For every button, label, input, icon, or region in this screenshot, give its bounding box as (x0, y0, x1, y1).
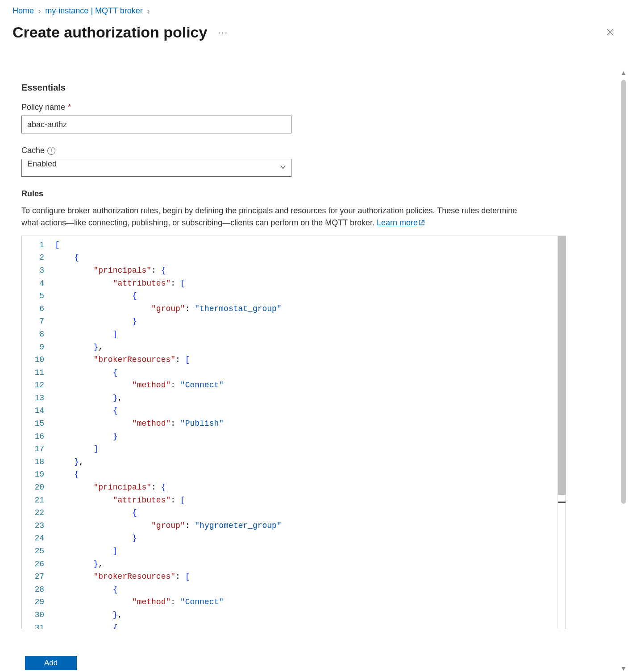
line-number-gutter: 1 2 3 4 5 6 7 8 9 10 11 12 13 14 15 16 1… (22, 236, 55, 629)
code-body[interactable]: [ { "principals": { "attributes": [ { "g… (55, 236, 566, 629)
cache-select[interactable]: Enabled (21, 159, 291, 177)
breadcrumb: Home › my-instance | MQTT broker › (0, 0, 628, 18)
policy-name-input[interactable] (21, 116, 291, 133)
essentials-heading: Essentials (21, 83, 595, 93)
learn-more-link[interactable]: Learn more (377, 218, 425, 227)
breadcrumb-home[interactable]: Home (12, 6, 34, 16)
info-icon[interactable]: i (47, 147, 55, 155)
chevron-right-icon: › (147, 7, 150, 15)
rules-heading: Rules (21, 189, 595, 199)
breadcrumb-instance[interactable]: my-instance | MQTT broker (45, 6, 142, 16)
page-title: Create authorization policy (12, 24, 207, 41)
policy-name-label: Policy name * (21, 103, 595, 112)
editor-scroll-thumb[interactable] (558, 236, 566, 495)
rules-description: To configure broker authorization rules,… (21, 205, 530, 229)
cache-label: Cache i (21, 146, 595, 155)
close-icon (606, 28, 615, 37)
external-link-icon (419, 217, 425, 229)
more-actions-button[interactable]: ··· (218, 27, 228, 37)
chevron-right-icon: › (38, 7, 41, 15)
add-button[interactable]: Add (25, 656, 77, 670)
rules-code-editor[interactable]: 1 2 3 4 5 6 7 8 9 10 11 12 13 14 15 16 1… (21, 236, 566, 629)
required-indicator: * (68, 103, 71, 112)
close-button[interactable] (606, 28, 615, 38)
editor-scrollbar[interactable] (557, 236, 566, 629)
editor-scroll-marker (558, 502, 566, 503)
